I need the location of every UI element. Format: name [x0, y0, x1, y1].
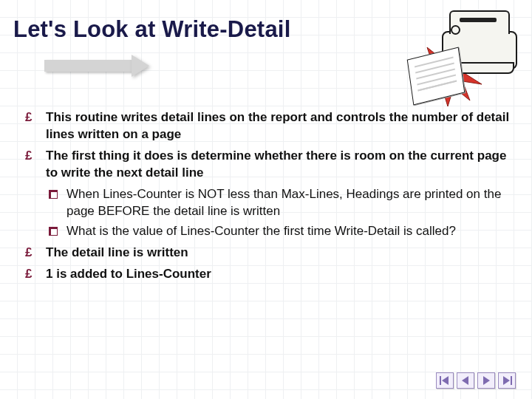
sub-bullet-text: What is the value of Lines-Counter the f… [66, 224, 456, 238]
svg-marker-4 [483, 376, 490, 385]
bullet-item: The detail line is written [25, 245, 510, 262]
bullet-text: This routine writes detail lines on the … [46, 110, 509, 141]
bullet-list: This routine writes detail lines on the … [0, 109, 532, 282]
nav-first-button[interactable] [436, 372, 454, 389]
svg-marker-2 [442, 376, 449, 385]
nav-prev-button[interactable] [457, 372, 474, 389]
bullet-text: The first thing it does is determine whe… [46, 149, 506, 180]
svg-marker-5 [503, 376, 510, 385]
sub-bullet-item: When Lines-Counter is NOT less than Max-… [46, 186, 510, 220]
skip-back-icon [440, 376, 450, 385]
svg-rect-1 [440, 376, 441, 385]
bullet-item: This routine writes detail lines on the … [25, 109, 510, 143]
nav-next-button[interactable] [477, 372, 495, 389]
bullet-text: 1 is added to Lines-Counter [46, 267, 211, 281]
svg-rect-6 [511, 376, 512, 385]
bullet-item: The first thing it does is determine whe… [25, 148, 510, 240]
nav-last-button[interactable] [498, 372, 516, 389]
printer-clipart [408, 4, 519, 108]
slide-nav [436, 372, 516, 389]
chevron-right-icon [482, 376, 491, 385]
arrow-graphic [44, 55, 159, 77]
svg-marker-3 [462, 376, 468, 385]
bullet-item: 1 is added to Lines-Counter [25, 266, 510, 283]
sub-bullet-list: When Lines-Counter is NOT less than Max-… [46, 186, 510, 240]
bullet-text: The detail line is written [46, 245, 188, 259]
chevron-left-icon [461, 376, 470, 385]
sub-bullet-item: What is the value of Lines-Counter the f… [46, 223, 510, 240]
skip-forward-icon [502, 376, 512, 385]
sub-bullet-text: When Lines-Counter is NOT less than Max-… [66, 187, 501, 218]
